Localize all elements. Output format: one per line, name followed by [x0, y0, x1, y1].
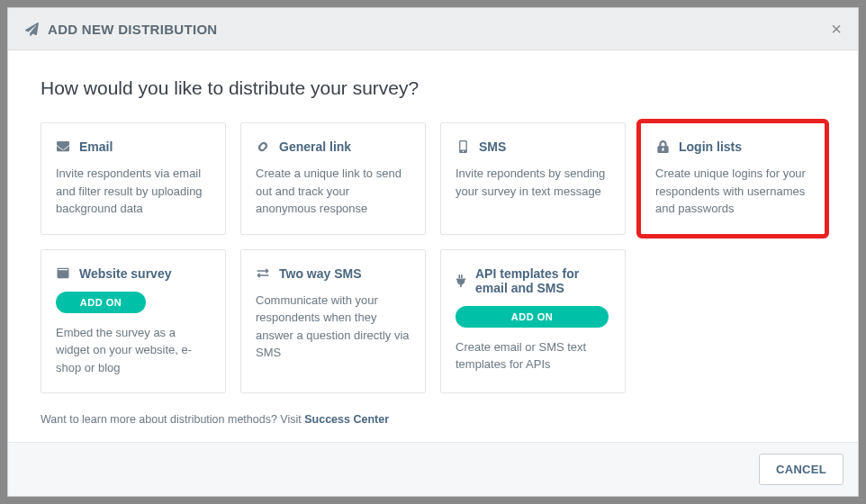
add-distribution-modal: ADD NEW DISTRIBUTION × How would you lik… [7, 7, 859, 497]
lock-icon [655, 140, 670, 153]
card-website[interactable]: Website survey ADD ON Embed the survey a… [41, 249, 226, 394]
card-email-title-text: Email [79, 140, 113, 154]
modal-footer: CANCEL [8, 442, 858, 496]
window-icon [56, 267, 70, 280]
modal-title-text: ADD NEW DISTRIBUTION [48, 22, 218, 37]
card-api-title: API templates for email and SMS [456, 266, 610, 295]
footer-note-text: Want to learn more about distribution me… [41, 413, 304, 426]
card-website-desc: Embed the survey as a widget on your web… [56, 324, 211, 377]
close-icon: × [831, 19, 842, 39]
paper-plane-icon [24, 22, 39, 35]
link-icon [256, 140, 270, 153]
exchange-icon [256, 267, 270, 280]
distribution-grid: Email Invite respondents via email and f… [41, 122, 825, 393]
card-twoway[interactable]: Two way SMS Communicate with your respon… [240, 249, 426, 394]
card-link-title: General link [256, 140, 410, 154]
modal-header: ADD NEW DISTRIBUTION × [8, 8, 858, 50]
footer-note: Want to learn more about distribution me… [41, 413, 825, 426]
card-login-title: Login lists [655, 140, 810, 154]
card-twoway-desc: Communicate with your respondents when t… [256, 292, 410, 362]
card-email-desc: Invite respondents via email and filter … [56, 165, 211, 218]
card-website-title-text: Website survey [79, 266, 171, 281]
close-button[interactable]: × [831, 20, 842, 38]
card-sms[interactable]: SMS Invite repondents by sending your su… [440, 122, 626, 235]
card-login-lists[interactable]: Login lists Create unique logins for you… [640, 122, 825, 235]
mobile-icon [456, 140, 470, 153]
addon-badge-website: ADD ON [56, 292, 146, 313]
modal-body: How would you like to distribute your su… [8, 50, 858, 442]
cancel-button[interactable]: CANCEL [759, 454, 843, 485]
card-api-desc: Create email or SMS text templates for A… [456, 338, 610, 374]
card-sms-title: SMS [456, 140, 610, 154]
envelope-icon [56, 140, 70, 153]
card-website-title: Website survey [56, 266, 211, 281]
card-email-title: Email [56, 140, 211, 154]
success-center-link[interactable]: Success Center [304, 413, 389, 426]
card-link[interactable]: General link Create a unique link to sen… [240, 122, 426, 235]
addon-badge-api: ADD ON [456, 306, 609, 328]
card-api[interactable]: API templates for email and SMS ADD ON C… [440, 249, 626, 394]
card-sms-title-text: SMS [479, 140, 506, 154]
card-link-title-text: General link [279, 140, 351, 154]
card-link-desc: Create a unique link to send out and tra… [256, 165, 410, 218]
card-login-desc: Create unique logins for your respondent… [655, 165, 810, 218]
question-heading: How would you like to distribute your su… [41, 77, 825, 99]
card-login-title-text: Login lists [679, 140, 742, 154]
card-twoway-title-text: Two way SMS [279, 266, 362, 281]
card-api-title-text: API templates for email and SMS [475, 266, 610, 295]
card-sms-desc: Invite repondents by sending your survey… [456, 165, 610, 200]
plug-icon [456, 274, 466, 287]
card-email[interactable]: Email Invite respondents via email and f… [41, 122, 226, 235]
modal-title: ADD NEW DISTRIBUTION [24, 22, 218, 37]
card-twoway-title: Two way SMS [256, 266, 410, 281]
